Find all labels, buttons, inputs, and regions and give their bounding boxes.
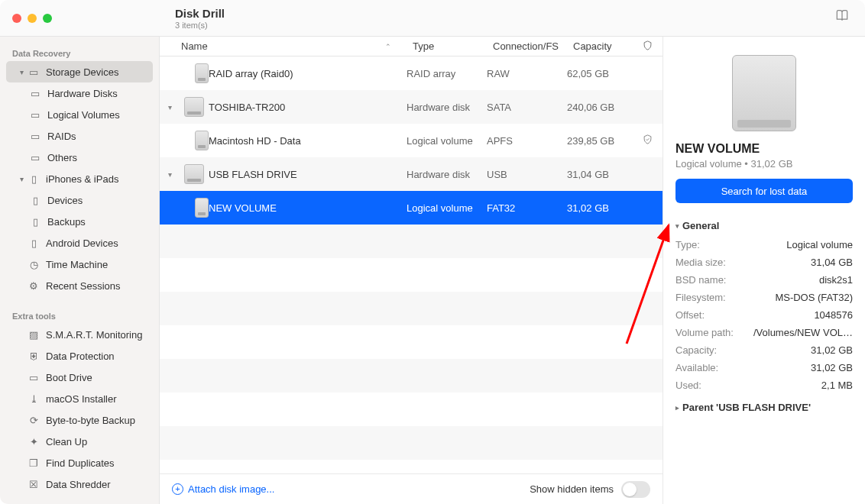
sidebar-item-data-protection[interactable]: ⛨ Data Protection — [6, 345, 153, 367]
detail-value: Logical volume — [786, 239, 853, 250]
row-type: Hardware disk — [407, 169, 487, 180]
drive-icon — [195, 63, 209, 83]
sidebar-label: Hardware Disks — [47, 88, 118, 99]
sidebar-item-logical-volumes[interactable]: ▭ Logical Volumes — [6, 104, 153, 125]
chevron-down-icon: ▾ — [17, 175, 26, 183]
shield-icon: ⛨ — [28, 350, 40, 362]
sidebar-item-macos-installer[interactable]: ⤓ macOS Installer — [6, 388, 153, 409]
detail-row: BSD name:disk2s1 — [675, 271, 853, 289]
device-row[interactable]: ▾TOSHIBA-TR200Hardware diskSATA240,06 GB — [160, 90, 663, 124]
row-connection: USB — [487, 169, 567, 180]
download-icon: ⤓ — [28, 393, 40, 405]
detail-value: 1048576 — [814, 309, 853, 321]
sidebar-item-raids[interactable]: ▭ RAIDs — [6, 125, 153, 147]
parent-label: Parent 'USB FLASH DRIVE' — [682, 402, 811, 413]
empty-row — [160, 258, 663, 292]
empty-row — [160, 325, 663, 359]
column-shield[interactable] — [632, 40, 663, 53]
drive-icon — [184, 164, 204, 184]
row-capacity: 239,85 GB — [567, 135, 632, 147]
item-count: 3 item(s) — [175, 21, 834, 30]
sidebar-item-recent-sessions[interactable]: ⚙ Recent Sessions — [6, 275, 153, 296]
row-type: RAID array — [407, 68, 487, 79]
drive-icon-cell — [180, 63, 209, 83]
attach-disk-image-link[interactable]: + Attach disk image... — [172, 483, 274, 495]
column-name[interactable]: Name ⌃ — [160, 40, 407, 52]
sidebar-label: Time Machine — [46, 259, 108, 270]
details-title: NEW VOLUME — [675, 142, 853, 156]
sidebar-item-iphones-ipads[interactable]: ▾ ▯ iPhones & iPads — [6, 168, 153, 189]
sidebar-item-backups[interactable]: ▯ Backups — [6, 211, 153, 232]
sidebar-item-smart[interactable]: ▨ S.M.A.R.T. Monitoring — [6, 324, 153, 345]
sidebar-item-android[interactable]: ▯ Android Devices — [6, 232, 153, 254]
clock-icon: ◷ — [28, 258, 40, 270]
detail-key: Capacity: — [675, 344, 717, 356]
close-window-button[interactable] — [12, 14, 21, 23]
phone-icon: ▯ — [29, 194, 41, 206]
column-capacity[interactable]: Capacity — [567, 40, 632, 52]
sidebar: Data Recovery ▾ ▭ Storage Devices ▭ Hard… — [0, 37, 160, 504]
row-connection: RAW — [487, 68, 567, 79]
show-hidden-toggle[interactable] — [621, 481, 650, 498]
sidebar-item-clean-up[interactable]: ✦ Clean Up — [6, 431, 153, 452]
row-name: Macintosh HD - Data — [209, 135, 407, 147]
led-icon — [785, 121, 789, 125]
device-row[interactable]: NEW VOLUMELogical volumeFAT3231,02 GB — [160, 191, 663, 225]
drive-icon-cell — [180, 97, 209, 117]
device-row[interactable]: ▾USB FLASH DRIVEHardware diskUSB31,04 GB — [160, 157, 663, 191]
sidebar-label: Boot Drive — [46, 372, 92, 383]
device-list-pane: Name ⌃ Type Connection/FS Capacity RAID … — [160, 37, 663, 504]
disk-icon: ▭ — [29, 108, 41, 121]
detail-row: Available:31,02 GB — [675, 359, 853, 376]
drive-icon — [195, 198, 209, 218]
drive-icon-cell — [180, 164, 209, 184]
disk-icon: ▭ — [29, 130, 41, 142]
disk-icon: ▭ — [29, 151, 41, 163]
general-section-header[interactable]: ▾ General — [675, 220, 853, 231]
shield-icon — [642, 40, 653, 51]
sidebar-label: Storage Devices — [46, 66, 118, 78]
sidebar-item-devices[interactable]: ▯ Devices — [6, 189, 153, 211]
detail-key: Available: — [675, 362, 718, 373]
column-connection[interactable]: Connection/FS — [487, 40, 567, 52]
sidebar-item-data-shredder[interactable]: ☒ Data Shredder — [6, 473, 153, 495]
row-name: TOSHIBA-TR200 — [209, 102, 407, 113]
app-title: Disk Drill — [175, 7, 834, 20]
empty-row — [160, 225, 663, 258]
sidebar-label: RAIDs — [47, 131, 76, 142]
sidebar-item-find-duplicates[interactable]: ❐ Find Duplicates — [6, 452, 153, 473]
sidebar-item-storage-devices[interactable]: ▾ ▭ Storage Devices — [6, 61, 153, 82]
detail-row: Offset:1048576 — [675, 306, 853, 324]
disk-icon: ▭ — [28, 66, 40, 78]
detail-key: Type: — [675, 239, 700, 250]
sidebar-label: Devices — [47, 195, 83, 206]
column-type[interactable]: Type — [407, 40, 487, 52]
parent-section-header[interactable]: ▸ Parent 'USB FLASH DRIVE' — [675, 402, 853, 413]
phone-icon: ▯ — [28, 173, 40, 185]
device-row[interactable]: RAID array (Raid0)RAID arrayRAW62,05 GB — [160, 57, 663, 90]
device-row[interactable]: Macintosh HD - DataLogical volumeAPFS239… — [160, 124, 663, 157]
detail-key: BSD name: — [675, 274, 726, 286]
row-name: NEW VOLUME — [209, 202, 407, 214]
sidebar-item-others[interactable]: ▭ Others — [6, 147, 153, 168]
detail-row: Volume path:/Volumes/NEW VOL… — [675, 324, 853, 341]
sidebar-item-byte-backup[interactable]: ⟳ Byte-to-byte Backup — [6, 409, 153, 431]
sidebar-label: macOS Installer — [46, 393, 116, 405]
monitor-icon: ▨ — [28, 328, 40, 341]
detail-row: Used:2,1 MB — [675, 376, 853, 394]
shred-icon: ☒ — [28, 478, 40, 490]
fullscreen-window-button[interactable] — [43, 14, 52, 23]
device-list-body: RAID array (Raid0)RAID arrayRAW62,05 GB▾… — [160, 57, 663, 473]
sidebar-item-boot-drive[interactable]: ▭ Boot Drive — [6, 367, 153, 388]
minimize-window-button[interactable] — [28, 14, 37, 23]
sidebar-label: S.M.A.R.T. Monitoring — [46, 329, 142, 341]
gear-icon: ⚙ — [28, 279, 40, 292]
book-icon[interactable] — [834, 8, 865, 27]
row-name: USB FLASH DRIVE — [209, 169, 407, 180]
drive-icon — [184, 97, 204, 117]
search-lost-data-button[interactable]: Search for lost data — [675, 179, 853, 203]
sidebar-item-time-machine[interactable]: ◷ Time Machine — [6, 254, 153, 275]
sidebar-item-hardware-disks[interactable]: ▭ Hardware Disks — [6, 82, 153, 104]
row-connection: SATA — [487, 102, 567, 113]
details-pane: NEW VOLUME Logical volume • 31,02 GB Sea… — [663, 37, 865, 504]
